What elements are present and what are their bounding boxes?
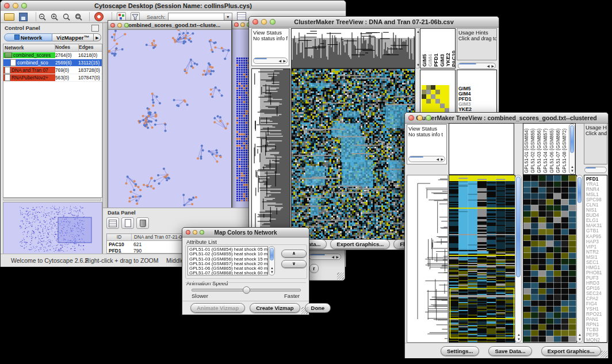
minimize-button[interactable] xyxy=(417,115,423,121)
close-button[interactable] xyxy=(186,230,190,235)
tv1-detail-matrix[interactable] xyxy=(422,85,449,113)
table-icon[interactable] xyxy=(106,217,119,229)
column-label[interactable]: GPL51-01 (GSM854) xyxy=(524,124,529,173)
create-vizmap-button[interactable]: Create Vizmap xyxy=(250,303,300,313)
minimize-button[interactable] xyxy=(240,22,245,27)
attribute-list-scrollbar[interactable]: ▲ ▼ xyxy=(269,246,275,275)
column-label[interactable]: GIM5 xyxy=(422,54,427,67)
zoom-button[interactable] xyxy=(200,230,204,235)
network-overview-canvas[interactable] xyxy=(3,202,101,256)
attribute-list-item[interactable]: GPL51-01 (GSM854) heat shock 05 min xyxy=(189,247,267,252)
tab-network[interactable]: Network xyxy=(4,33,52,41)
tv2-heatmap-vscrollbar[interactable]: ▲ ▼ xyxy=(515,175,522,343)
close-button[interactable] xyxy=(253,19,258,25)
gene-label[interactable]: MAK31 xyxy=(586,223,607,228)
animation-speed-slider[interactable] xyxy=(192,289,301,292)
gene-label[interactable]: CLN1 xyxy=(586,202,607,208)
data-col-id[interactable]: ID xyxy=(107,234,132,240)
column-label[interactable]: GPL51-08 (GSM872) xyxy=(562,124,567,173)
tv2-row-dendrogram[interactable] xyxy=(407,175,448,343)
tab-vizmapper[interactable]: VizMapper™ xyxy=(52,33,94,41)
attribute-list-item[interactable]: GPL51-02 (GSM855) heat shock 10 min xyxy=(189,252,267,256)
save-icon[interactable] xyxy=(19,13,28,21)
gene-label[interactable]: PUF3 xyxy=(586,275,607,281)
gene-label[interactable]: BUD4 xyxy=(586,213,607,218)
slider-thumb[interactable] xyxy=(243,286,250,294)
close-button[interactable] xyxy=(234,22,239,27)
trash-icon[interactable] xyxy=(136,217,149,229)
zoom-button[interactable] xyxy=(270,19,276,25)
tv1-thin-vscroll[interactable]: ▲▼ xyxy=(415,28,419,68)
minimize-button[interactable] xyxy=(13,3,18,9)
main-title-bar[interactable]: Cytoscape Desktop (Session Name: collins… xyxy=(1,1,346,12)
tv1-heatmap[interactable] xyxy=(291,68,415,240)
gene-label[interactable]: CPA2 xyxy=(586,296,607,301)
gene-label[interactable]: NIS1 xyxy=(586,208,607,213)
network-canvas[interactable] xyxy=(108,30,230,212)
float-panel-icon[interactable] xyxy=(91,25,99,32)
gene-label[interactable]: MSL1 xyxy=(586,192,607,197)
tv2-detail-vscrollbar[interactable]: ▲ ▼ xyxy=(576,175,583,343)
tv2-status-scrollbar[interactable]: ◀ ▶ xyxy=(408,156,445,162)
minimize-button[interactable] xyxy=(261,19,267,25)
col-header-network[interactable]: Network xyxy=(3,44,55,51)
gene-label[interactable]: PAN1 xyxy=(586,317,607,322)
new-document-icon[interactable] xyxy=(121,217,134,229)
treeview2-title-bar[interactable]: ClusterMaker TreeView : combined_scores_… xyxy=(405,113,608,124)
gene-label[interactable]: KAP95 xyxy=(586,234,607,239)
minimize-button[interactable] xyxy=(193,230,197,235)
tv2-heatmap[interactable] xyxy=(449,175,515,343)
column-label[interactable]: GPL51-04 (GSM857) xyxy=(543,124,548,173)
settings-button[interactable]: Settings... xyxy=(441,346,479,356)
column-label[interactable]: GPL51-06 (GSM865) xyxy=(549,124,554,173)
zoom-button[interactable] xyxy=(426,115,431,121)
column-label[interactable]: PAC10 xyxy=(451,51,456,67)
network-table-row[interactable]: RNAPuberNov2+563(0)107847(0) xyxy=(3,74,102,82)
tv1-status-scrollbar[interactable]: ◀ ▶ xyxy=(253,58,288,64)
open-folder-icon[interactable] xyxy=(4,13,14,21)
fragment-button[interactable]: r xyxy=(309,264,319,273)
close-button[interactable] xyxy=(408,115,414,121)
fragment-hscrollbar[interactable]: ◀ ▶ xyxy=(309,254,341,260)
zoom-selected-icon[interactable] xyxy=(63,13,70,21)
gene-label[interactable]: PEP5 xyxy=(586,332,607,338)
network-table-row[interactable]: combined_scores2764(0)16218(0) xyxy=(3,52,102,59)
column-label[interactable]: GPL51-03 (GSM856) xyxy=(537,124,542,173)
gene-label[interactable]: ELG1 xyxy=(586,218,607,223)
tv2-usage-scrollbar[interactable] xyxy=(584,167,607,173)
close-button[interactable] xyxy=(110,23,115,28)
gene-label[interactable]: PFD1 xyxy=(586,177,607,182)
gene-label[interactable]: HAP3 xyxy=(586,239,607,244)
column-label[interactable]: PFD1 xyxy=(433,53,439,67)
tv1-usage-scrollbar[interactable]: ◀ ▶ xyxy=(458,63,496,69)
gene-label[interactable]: RPO21 xyxy=(586,312,607,317)
attribute-list-item[interactable]: GPL51-06 (GSM865) heat shock 40 min xyxy=(189,266,267,271)
zoom-out-icon[interactable] xyxy=(39,13,46,21)
treeview1-title-bar[interactable]: ClusterMaker TreeView : DNA and Tran 07-… xyxy=(249,17,499,28)
animate-vizmap-button[interactable]: Animate Vizmap xyxy=(190,303,245,313)
tab-overflow-button[interactable]: ▶ xyxy=(94,33,101,41)
gene-label[interactable]: FIG4 xyxy=(586,301,607,306)
gene-label[interactable]: GTB1 xyxy=(586,228,607,233)
column-label[interactable]: GPL51-02 (GSM855) xyxy=(530,124,536,173)
gene-label[interactable]: MSI1 xyxy=(586,255,607,260)
gene-label[interactable]: HMG1 xyxy=(586,265,607,270)
gene-label[interactable]: SEC24 xyxy=(586,291,607,296)
zoom-in-icon[interactable] xyxy=(51,13,58,21)
done-button[interactable]: Done xyxy=(305,303,331,313)
close-button[interactable] xyxy=(4,3,10,9)
column-label[interactable]: GIM3 xyxy=(439,54,445,67)
gene-label[interactable]: VIP1 xyxy=(586,244,607,250)
minimize-button[interactable] xyxy=(117,23,122,28)
resize-grip[interactable] xyxy=(600,351,607,358)
tv2-collabel-scrollbar[interactable]: ▲ ▼ xyxy=(569,124,575,174)
dialog-title-bar[interactable]: Map Colors to Network xyxy=(182,228,309,237)
gene-label[interactable]: RPN1 xyxy=(586,322,607,327)
move-up-button[interactable]: ∧ xyxy=(281,250,307,258)
gene-label[interactable]: MON2 xyxy=(586,338,607,343)
zoom-fit-icon[interactable] xyxy=(75,13,82,21)
tv1-column-dendrogram[interactable] xyxy=(291,28,415,68)
column-label[interactable]: GIM4 xyxy=(427,54,433,67)
zoom-button[interactable] xyxy=(124,23,129,28)
network-table-row[interactable]: combined_sco2569(6)13112(15) xyxy=(3,59,102,67)
